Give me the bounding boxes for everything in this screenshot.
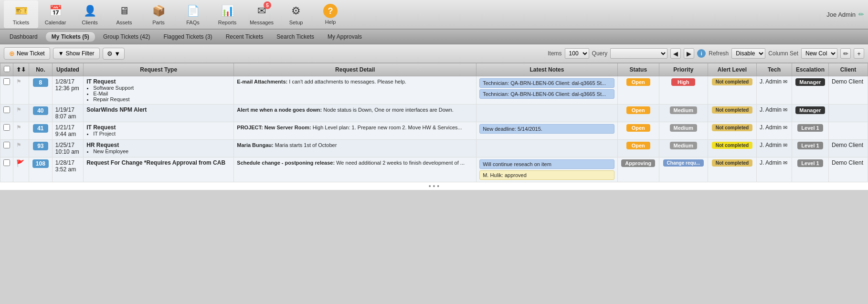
tech-cell: J. Admin ✉ <box>756 140 792 157</box>
refresh-select[interactable]: Disable 30s 60s <box>731 48 765 59</box>
new-ticket-button[interactable]: ⊕ New Ticket <box>4 47 50 60</box>
col-client[interactable]: Client <box>828 63 868 76</box>
items-select[interactable]: 100 50 25 <box>565 48 589 59</box>
nav-item-reports[interactable]: 📊 Reports <box>210 0 244 28</box>
subnav-item-my-tickets[interactable]: My Tickets (5) <box>45 31 95 42</box>
col-tech[interactable]: Tech <box>756 63 792 76</box>
col-request-type[interactable]: Request Type <box>84 63 234 76</box>
new-ticket-icon: ⊕ <box>9 50 15 57</box>
subnav-item-my-approvals[interactable]: My Approvals <box>322 32 368 42</box>
request-type-label: Request For Change *Requires Approval fr… <box>86 159 225 166</box>
request-detail-cell: E-mail Attachments: I can't add attachme… <box>234 76 476 105</box>
tickets-icon: 🎫 <box>13 3 29 19</box>
request-detail-text: Maria Bungau: Maria starts 1st of Octobe… <box>237 142 337 148</box>
priority-badge: Medium <box>670 106 698 114</box>
subnav-item-group-tickets[interactable]: Group Tickets (42) <box>97 32 156 42</box>
tech-email-icon[interactable]: ✉ <box>783 125 787 130</box>
tech-email-icon[interactable]: ✉ <box>783 79 787 84</box>
row-checkbox[interactable] <box>3 106 10 113</box>
col-status[interactable]: Status <box>617 63 659 76</box>
col-updated[interactable]: Updated <box>52 63 83 76</box>
nav-item-clients[interactable]: 👤 Clients <box>73 0 107 28</box>
request-detail-cell: Schedule change - postponing release: We… <box>234 157 476 182</box>
alert-level-cell: Not completed <box>708 105 756 122</box>
tech-email-icon[interactable]: ✉ <box>783 142 787 148</box>
row-checkbox[interactable] <box>3 78 10 85</box>
table-row: ⚑411/21/179:44 amIT RequestIT ProjectPRO… <box>0 122 868 140</box>
ticket-number-badge[interactable]: 108 <box>32 159 49 168</box>
column-add-button[interactable]: + <box>854 48 864 59</box>
nav-item-setup[interactable]: ⚙ Setup <box>279 0 313 28</box>
table-row: 🚩1081/28/173:52 amRequest For Change *Re… <box>0 157 868 182</box>
ticket-number-badge[interactable]: 8 <box>33 78 48 87</box>
settings-button[interactable]: ⚙ ▼ <box>103 48 125 60</box>
alert-level-badge: Not completed <box>712 159 752 167</box>
nav-item-messages[interactable]: ✉ 5 Messages <box>244 0 279 28</box>
subnav-item-flagged-tickets[interactable]: Flagged Tickets (3) <box>158 32 218 42</box>
select-all-checkbox[interactable] <box>4 66 10 72</box>
alert-level-badge: Not completed <box>712 124 752 131</box>
subnav-item-recent-tickets[interactable]: Recent Tickets <box>220 32 269 42</box>
flag-icon: ⚑ <box>16 124 21 131</box>
escalation-badge: Level 1 <box>797 124 823 132</box>
col-request-detail[interactable]: Request Detail <box>234 63 476 76</box>
query-select[interactable] <box>610 48 667 59</box>
ticket-number-badge[interactable]: 41 <box>33 124 48 133</box>
column-edit-button[interactable]: ✏ <box>840 48 851 59</box>
row-checkbox[interactable] <box>3 159 10 166</box>
table-row: ⚑401/19/178:07 amSolarWinds NPM AlertAle… <box>0 105 868 122</box>
nav-item-tickets[interactable]: 🎫 Tickets <box>4 0 38 28</box>
ticket-number-cell: 41 <box>29 122 53 140</box>
col-alert-level[interactable]: Alert Level <box>708 63 756 76</box>
col-priority[interactable]: Priority <box>659 63 708 76</box>
help-icon: ? <box>323 4 338 18</box>
tech-email-icon[interactable]: ✉ <box>783 107 787 113</box>
show-filter-button[interactable]: ▼ Show Filter <box>53 48 100 59</box>
note-blue: Technician: QA-BRN-LBEN-06 Client: dal-q… <box>479 89 614 99</box>
alert-level-cell: Not completed <box>708 76 756 105</box>
escalation-cell: Level 1 <box>792 157 829 182</box>
nav-item-calendar[interactable]: 📅 Calendar <box>38 0 73 28</box>
subnav-item-dashboard[interactable]: Dashboard <box>4 32 43 42</box>
nav-label-reports: Reports <box>218 20 237 25</box>
escalation-badge: Level 1 <box>797 142 823 149</box>
nav-item-parts[interactable]: 📦 Parts <box>141 0 176 28</box>
gear-icon: ⚙ ▼ <box>107 50 120 57</box>
row-checkbox[interactable] <box>3 142 10 148</box>
table-header-row: ⬆⬇ No. Updated Request Type Request Deta… <box>0 63 868 76</box>
ticket-number-cell: 93 <box>29 140 53 157</box>
nav-item-faqs[interactable]: 📄 FAQs <box>176 0 210 28</box>
nav-item-help[interactable]: ? Help <box>313 0 348 28</box>
client-cell <box>828 122 868 140</box>
note-blue: New deadline: 5/14/2015. <box>479 124 614 134</box>
ticket-number-cell: 8 <box>29 76 53 105</box>
alert-level-badge: Not completed <box>712 78 752 85</box>
tech-cell: J. Admin ✉ <box>756 76 792 105</box>
column-set-select[interactable]: New Col <box>801 48 837 59</box>
edit-user-icon[interactable]: ✏ <box>858 10 864 18</box>
subnav-item-search-tickets[interactable]: Search Tickets <box>271 32 320 42</box>
info-icon[interactable]: i <box>697 49 706 58</box>
status-cell: Open <box>617 122 659 140</box>
updated-cell: 1/25/1710:10 am <box>52 140 83 157</box>
ticket-number-badge[interactable]: 93 <box>33 142 48 150</box>
request-type-label: HR Request <box>86 142 119 148</box>
nav-label-assets: Assets <box>116 20 132 25</box>
nav-label-calendar: Calendar <box>45 20 66 25</box>
col-number[interactable]: No. <box>29 63 53 76</box>
query-prev-button[interactable]: ◀ <box>670 48 681 59</box>
nav-item-assets[interactable]: 🖥 Assets <box>107 0 141 28</box>
row-flag: ⚑ <box>13 122 29 140</box>
row-flag: ⚑ <box>13 76 29 105</box>
tech-cell: J. Admin ✉ <box>756 105 792 122</box>
tech-email-icon[interactable]: ✉ <box>783 160 787 166</box>
priority-badge: High <box>671 78 695 86</box>
query-next-button[interactable]: ▶ <box>684 48 694 59</box>
updated-cell: 1/28/173:52 am <box>52 157 83 182</box>
ticket-number-badge[interactable]: 40 <box>33 106 48 115</box>
col-escalation[interactable]: Escalation <box>792 63 829 76</box>
row-checkbox[interactable] <box>3 124 10 131</box>
col-latest-notes[interactable]: Latest Notes <box>476 63 618 76</box>
tech-name: J. Admin <box>760 124 782 131</box>
flag-icon: ⚑ <box>16 106 21 113</box>
